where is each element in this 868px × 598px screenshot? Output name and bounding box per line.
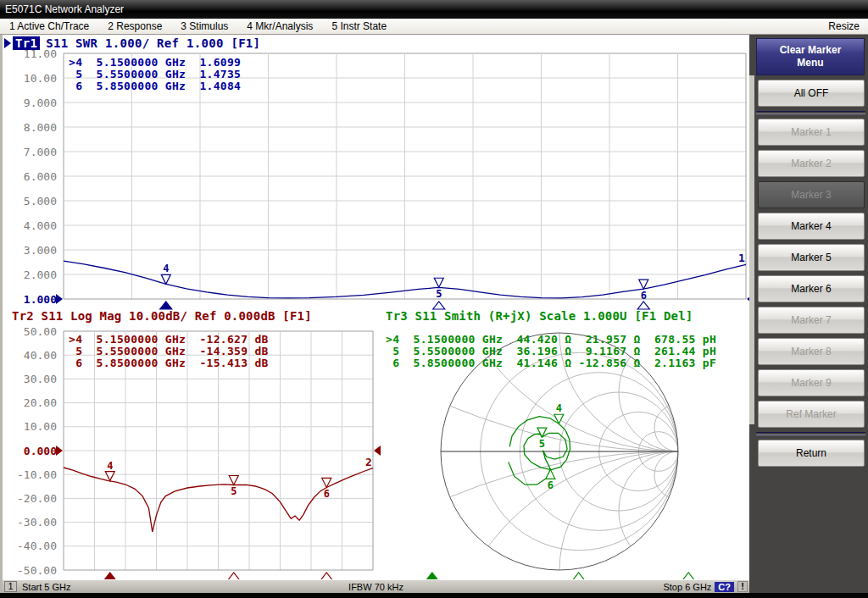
svg-text:4: 4 — [163, 263, 169, 274]
window-bottom-border — [0, 593, 868, 598]
instrument-screen: 11.0010.009.0008.0007.0006.0005.0004.000… — [3, 35, 749, 593]
active-trace-arrow-icon — [4, 38, 11, 48]
menu-item-2[interactable]: 2 Response — [98, 20, 171, 32]
softkey-menu-title-line2: Menu — [757, 57, 864, 69]
y-axis-tick-label: 10.00 — [24, 72, 57, 85]
stimulus-marker-arrow — [426, 573, 438, 579]
svg-text:6: 6 — [641, 290, 647, 302]
ref-level-arrow-left — [56, 294, 63, 304]
menu-item-5[interactable]: 5 Instr State — [322, 20, 396, 32]
marker-readout-row: 5 5.5500000 GHz 1.4735 — [69, 69, 241, 80]
marker-5-symbol: 5 — [537, 428, 547, 450]
marker-readout-row: >4 5.1500000 GHz 1.6099 — [69, 57, 241, 69]
y-axis-tick-label: 1.000 — [24, 293, 57, 306]
svg-text:5: 5 — [436, 288, 442, 300]
cal-status-badge: C? — [715, 582, 734, 592]
softkey-return[interactable]: Return — [758, 440, 865, 467]
marker-5-symbol: 5 — [434, 278, 443, 300]
y-axis-tick-label: -10.00 — [17, 468, 57, 481]
marker-6-symbol: 6 — [322, 478, 331, 500]
marker-4-symbol: 4 — [554, 402, 564, 424]
svg-text:4: 4 — [556, 402, 562, 414]
stimulus-marker-arrow — [320, 573, 332, 579]
svg-text:6: 6 — [324, 488, 330, 500]
softkey-marker-8: Marker 8 — [758, 338, 865, 365]
trace1-format-label: S11 SWR 1.000/ Ref 1.000 [F1] — [46, 36, 260, 50]
y-axis-tick-label: 30.00 — [24, 373, 57, 385]
softkey-marker-2: Marker 2 — [758, 150, 865, 177]
menu-item-1[interactable]: 1 Active Ch/Trace — [0, 20, 98, 32]
resize-menu-item[interactable]: Resize — [820, 20, 868, 32]
y-axis-tick-label: 20.00 — [24, 396, 57, 409]
menu-bar: 1 Active Ch/Trace2 Response3 Stimulus4 M… — [0, 19, 868, 35]
stimulus-marker-arrow — [637, 302, 649, 309]
tr3-trace — [509, 417, 570, 485]
softkey-ref-marker: Ref Marker — [758, 401, 865, 428]
warning-indicator: ! — [737, 581, 748, 592]
tr3-smith-chart: 456 — [85, 35, 749, 579]
softkey-marker-9: Marker 9 — [758, 369, 865, 396]
marker-readout-row: 5 5.5500000 GHz -14.359 dB — [69, 346, 269, 357]
softkey-marker-3[interactable]: Marker 3 — [758, 181, 865, 208]
svg-text:6: 6 — [548, 479, 554, 491]
softkey-marker-7: Marker 7 — [758, 307, 865, 334]
marker-readout-row: >4 5.1500000 GHz -12.627 dB — [69, 334, 269, 346]
softkey-marker-1: Marker 1 — [758, 119, 865, 146]
y-axis-tick-label: -50.00 — [17, 564, 57, 577]
trace1-name-chip: Tr1 — [13, 36, 40, 50]
trace-number-label: 2 — [365, 456, 372, 468]
stimulus-marker-arrow — [104, 573, 116, 579]
app-window: E5071C Network Analyzer 1 Active Ch/Trac… — [0, 0, 868, 598]
marker-6-symbol: 6 — [546, 469, 555, 491]
marker-readout-row: 5 5.5500000 GHz 36.196 Ω 9.1167 Ω 261.44… — [386, 346, 716, 357]
title-bar[interactable]: E5071C Network Analyzer — [0, 0, 868, 19]
status-ifbw: IFBW 70 kHz — [3, 582, 749, 592]
softkey-marker-6[interactable]: Marker 6 — [758, 275, 865, 302]
marker-6-symbol: 6 — [639, 280, 648, 302]
stimulus-marker-arrow — [160, 302, 172, 309]
softkey-scrollbar[interactable] — [749, 75, 754, 424]
window-title: E5071C Network Analyzer — [5, 3, 124, 15]
marker-readout-row: >4 5.1500000 GHz 44.420 Ω 21.957 Ω 678.5… — [386, 334, 716, 346]
softkey-marker-4[interactable]: Marker 4 — [758, 213, 865, 240]
softkey-sidebar: Clear Marker Menu All OFFMarker 1Marker … — [749, 35, 868, 593]
svg-text:4: 4 — [107, 460, 113, 472]
y-axis-tick-label: 0.000 — [24, 445, 57, 457]
marker-5-symbol: 5 — [229, 475, 238, 497]
marker-readout-row: 6 5.8500000 GHz 41.146 Ω -12.856 Ω 2.116… — [386, 357, 716, 369]
softkey-marker-5[interactable]: Marker 5 — [758, 244, 865, 271]
status-stop-frequency: Stop 6 GHz — [663, 582, 711, 592]
svg-text:5: 5 — [231, 485, 236, 497]
marker-readout-row: 6 5.8500000 GHz -15.413 dB — [69, 357, 269, 369]
stimulus-marker-arrow — [228, 573, 240, 579]
softkey-menu-title: Clear Marker Menu — [756, 38, 865, 75]
trace2-marker-readout: >4 5.1500000 GHz -12.627 dB 5 5.5500000 … — [69, 334, 269, 369]
softkey-menu-title-line1: Clear Marker — [757, 44, 864, 57]
marker-readout-row: 6 5.8500000 GHz 1.4084 — [69, 80, 241, 92]
y-axis-tick-label: 7.000 — [24, 146, 57, 158]
y-axis-tick-label: -30.00 — [17, 516, 57, 529]
menu-item-3[interactable]: 3 Stimulus — [171, 20, 237, 32]
y-axis-tick-label: 50.00 — [24, 325, 57, 338]
y-axis-tick-label: 9.000 — [24, 97, 57, 109]
trace3-header: Tr3 S11 Smith (R+jX) Scale 1.000U [F1 De… — [386, 309, 693, 323]
svg-text:5: 5 — [539, 438, 545, 450]
softkey-all-off[interactable]: All OFF — [758, 80, 865, 107]
main-area: 11.0010.009.0008.0007.0006.0005.0004.000… — [0, 35, 868, 593]
trace-number-label: 1 — [738, 252, 745, 264]
stimulus-marker-arrow — [682, 573, 694, 579]
menu-item-4[interactable]: 4 Mkr/Analysis — [237, 20, 322, 32]
y-axis-tick-label: 3.000 — [24, 244, 57, 257]
y-axis-tick-label: 2.000 — [24, 269, 57, 281]
y-axis-tick-label: 5.000 — [24, 195, 57, 208]
softkey-separator — [756, 111, 865, 114]
marker-4-symbol: 4 — [161, 263, 170, 284]
softkey-separator — [756, 432, 865, 435]
ref-level-arrow-right — [374, 446, 381, 456]
plot-area: 11.0010.009.0008.0007.0006.0005.0004.000… — [3, 35, 749, 579]
trace1-marker-readout: >4 5.1500000 GHz 1.6099 5 5.5500000 GHz … — [69, 57, 241, 92]
status-bar: 1 Start 5 GHz IFBW 70 kHz Stop 6 GHz C? … — [3, 579, 749, 593]
y-axis-tick-label: 8.000 — [24, 121, 57, 134]
y-axis-tick-label: 40.00 — [24, 349, 57, 362]
stimulus-marker-arrow — [433, 302, 445, 309]
